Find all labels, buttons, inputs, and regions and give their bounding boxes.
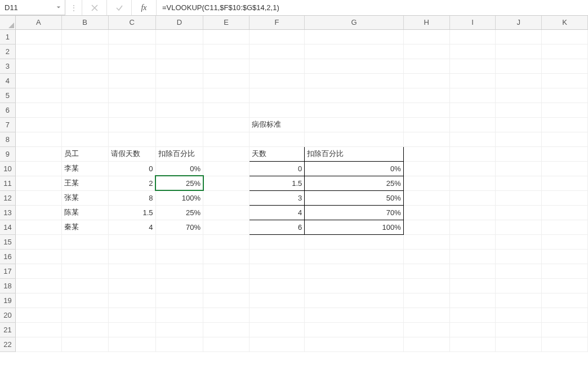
cell-K7[interactable] [542,117,588,132]
cell-J3[interactable] [496,59,542,73]
cell-D7[interactable] [155,117,203,132]
cell-F8[interactable] [249,132,304,146]
cell-F3[interactable] [249,59,304,73]
cell-I16[interactable] [449,249,496,264]
cell-E12[interactable] [203,190,250,205]
cell-K16[interactable] [542,249,588,264]
cell-J7[interactable] [496,117,542,132]
row-header-15[interactable]: 15 [0,234,15,249]
cell-B8[interactable] [61,132,108,146]
cell-H16[interactable] [403,249,449,264]
cell-H13[interactable] [403,205,449,220]
row-header-20[interactable]: 20 [0,308,15,322]
cell-B1[interactable] [61,29,108,44]
cancel-button[interactable] [82,0,107,15]
cell-G15[interactable] [305,234,404,249]
cell-I15[interactable] [449,234,496,249]
cell-H10[interactable] [403,161,449,176]
row-header-8[interactable]: 8 [0,132,15,146]
cell-D11[interactable]: 25% [155,176,203,190]
row-header-14[interactable]: 14 [0,220,15,234]
cell-G7[interactable] [305,117,404,132]
cell-D16[interactable] [155,249,203,264]
cell-B19[interactable] [61,293,108,308]
cell-F17[interactable] [249,264,304,278]
row-header-19[interactable]: 19 [0,293,15,308]
cell-I1[interactable] [449,29,496,44]
cell-G12[interactable]: 50% [305,190,404,205]
column-header-D[interactable]: D [155,16,203,29]
cell-I18[interactable] [449,278,496,293]
cell-B4[interactable] [61,73,108,88]
cell-G11[interactable]: 25% [305,176,404,190]
cell-I4[interactable] [449,73,496,88]
cell-A13[interactable] [15,205,61,220]
column-header-G[interactable]: G [305,16,404,29]
cell-G22[interactable] [305,337,404,351]
cell-D4[interactable] [155,73,203,88]
cell-G8[interactable] [305,132,404,146]
cell-B17[interactable] [61,264,108,278]
cell-K21[interactable] [542,322,588,337]
column-header-H[interactable]: H [403,16,449,29]
cell-I7[interactable] [449,117,496,132]
cell-G3[interactable] [305,59,404,73]
cell-C19[interactable] [108,293,155,308]
spreadsheet-grid[interactable]: ABCDEFGHIJK1234567病假标准89员工请假天数扣除百分比天数扣除百… [0,16,588,365]
cell-J14[interactable] [496,220,542,234]
cell-C10[interactable]: 0 [108,161,155,176]
row-header-22[interactable]: 22 [0,337,15,351]
row-header-5[interactable]: 5 [0,88,15,103]
cell-F13[interactable]: 4 [249,205,304,220]
cell-B9[interactable]: 员工 [61,146,108,161]
cell-D9[interactable]: 扣除百分比 [155,146,203,161]
cell-F2[interactable] [249,44,304,59]
cell-C15[interactable] [108,234,155,249]
cell-B11[interactable]: 王某 [61,176,108,190]
column-header-K[interactable]: K [542,16,588,29]
cell-A19[interactable] [15,293,61,308]
cell-G16[interactable] [305,249,404,264]
cell-G4[interactable] [305,73,404,88]
cell-E17[interactable] [203,264,250,278]
cell-J4[interactable] [496,73,542,88]
row-header-16[interactable]: 16 [0,249,15,264]
cell-C20[interactable] [108,308,155,322]
cell-I6[interactable] [449,103,496,117]
cell-C18[interactable] [108,278,155,293]
cell-F21[interactable] [249,322,304,337]
cell-J6[interactable] [496,103,542,117]
cell-B5[interactable] [61,88,108,103]
cell-A6[interactable] [15,103,61,117]
cell-D19[interactable] [155,293,203,308]
cell-A21[interactable] [15,322,61,337]
cell-E19[interactable] [203,293,250,308]
cell-J13[interactable] [496,205,542,220]
cell-I12[interactable] [449,190,496,205]
cell-D5[interactable] [155,88,203,103]
cell-K8[interactable] [542,132,588,146]
cell-B16[interactable] [61,249,108,264]
cell-K19[interactable] [542,293,588,308]
cell-I3[interactable] [449,59,496,73]
cell-B21[interactable] [61,322,108,337]
cell-B2[interactable] [61,44,108,59]
cell-J15[interactable] [496,234,542,249]
cell-F14[interactable]: 6 [249,220,304,234]
cell-I17[interactable] [449,264,496,278]
cell-A2[interactable] [15,44,61,59]
cell-E6[interactable] [203,103,250,117]
cell-H5[interactable] [403,88,449,103]
row-header-7[interactable]: 7 [0,117,15,132]
row-header-10[interactable]: 10 [0,161,15,176]
cell-C1[interactable] [108,29,155,44]
cell-D12[interactable]: 100% [155,190,203,205]
cell-B12[interactable]: 张某 [61,190,108,205]
cell-F18[interactable] [249,278,304,293]
cell-C12[interactable]: 8 [108,190,155,205]
cell-H12[interactable] [403,190,449,205]
cell-F19[interactable] [249,293,304,308]
cell-F11[interactable]: 1.5 [249,176,304,190]
column-header-B[interactable]: B [61,16,108,29]
cell-K10[interactable] [542,161,588,176]
